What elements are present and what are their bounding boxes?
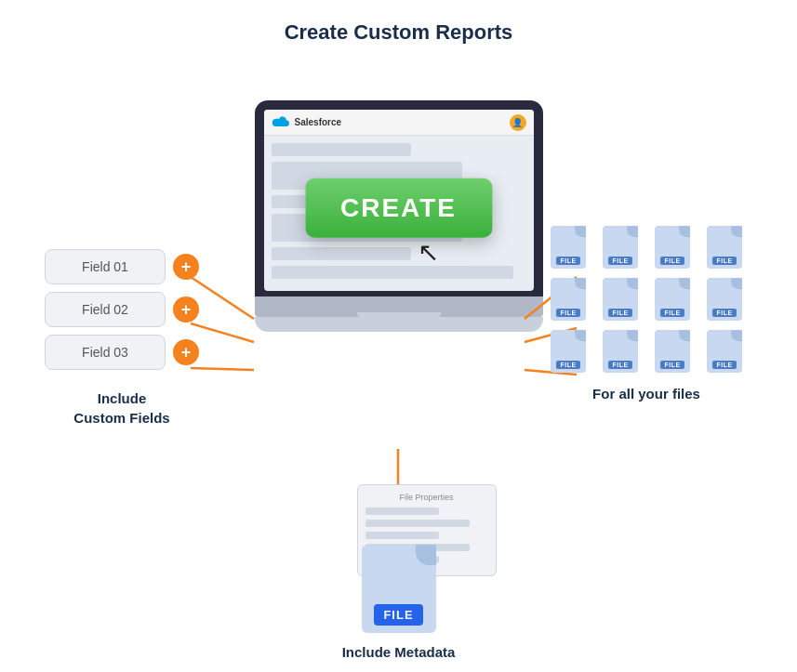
files-caption: For all your files xyxy=(547,386,746,402)
fp-row xyxy=(365,520,470,527)
file-icon: FILE xyxy=(703,226,746,269)
big-file-icon: FILE xyxy=(362,545,436,633)
svg-line-2 xyxy=(191,368,254,370)
fields-panel: Field 01 + Field 02 + Field 03 + Include… xyxy=(45,249,199,428)
file-icon: FILE xyxy=(599,330,642,373)
metadata-panel: File Properties FILE Include Metadata xyxy=(297,494,501,660)
file-label: FILE xyxy=(608,309,631,317)
field-row-2: Field 02 + xyxy=(45,292,199,327)
fields-label: Include Custom Fields xyxy=(45,389,199,428)
file-icon: FILE xyxy=(547,278,590,321)
file-body: FILE xyxy=(551,330,586,373)
screen-row-1 xyxy=(272,143,412,156)
file-icon: FILE xyxy=(651,226,694,269)
salesforce-cloud-icon xyxy=(272,116,290,129)
file-body: FILE xyxy=(551,278,586,321)
cursor-icon: ↖ xyxy=(418,237,439,268)
fp-row xyxy=(365,507,439,515)
file-label: FILE xyxy=(608,257,631,265)
file-label: FILE xyxy=(556,309,579,317)
file-icon: FILE xyxy=(651,330,694,373)
file-label: FILE xyxy=(608,361,631,369)
file-icon: FILE xyxy=(599,278,642,321)
file-body: FILE xyxy=(707,226,742,269)
file-label: FILE xyxy=(556,361,579,369)
page-title: Create Custom Reports xyxy=(0,0,797,45)
field-add-btn-3[interactable]: + xyxy=(173,339,199,365)
file-label: FILE xyxy=(660,309,684,317)
file-icon: FILE xyxy=(547,226,590,269)
create-button[interactable]: CREATE xyxy=(305,178,492,237)
screen-row-6 xyxy=(272,266,513,279)
field-add-btn-1[interactable]: + xyxy=(173,254,199,280)
field-box-2: Field 02 xyxy=(45,292,166,327)
file-body: FILE xyxy=(707,278,742,321)
svg-line-1 xyxy=(191,323,254,342)
file-icon: FILE xyxy=(651,278,694,321)
browser-bar: Salesforce 👤 xyxy=(264,110,534,136)
laptop: Salesforce 👤 CREATE ↖ xyxy=(255,100,543,332)
field-add-btn-2[interactable]: + xyxy=(173,296,199,323)
file-body: FILE xyxy=(603,226,638,269)
file-icon: FILE xyxy=(703,278,746,321)
file-label: FILE xyxy=(660,361,684,369)
field-row-3: Field 03 + xyxy=(45,335,199,370)
file-body: FILE xyxy=(655,330,690,373)
file-label: FILE xyxy=(712,257,736,265)
user-avatar: 👤 xyxy=(510,114,526,131)
field-row-1: Field 01 + xyxy=(45,249,199,284)
laptop-screen-inner: Salesforce 👤 CREATE ↖ xyxy=(264,110,534,291)
file-body: FILE xyxy=(603,278,638,321)
big-file-body: FILE xyxy=(362,545,436,633)
laptop-keyboard xyxy=(255,317,543,332)
laptop-base xyxy=(255,296,543,317)
file-body: FILE xyxy=(551,226,586,269)
files-panel: FILE FILE FILE FILE FILE xyxy=(547,226,746,402)
svg-line-0 xyxy=(191,277,254,319)
file-body: FILE xyxy=(603,330,638,373)
files-grid: FILE FILE FILE FILE FILE xyxy=(547,226,746,373)
file-label: FILE xyxy=(712,361,736,369)
screen-row-5 xyxy=(272,247,412,260)
field-box-3: Field 03 xyxy=(45,335,166,370)
metadata-caption: Include Metadata xyxy=(342,644,456,660)
file-icon: FILE xyxy=(547,330,590,373)
file-label: FILE xyxy=(556,257,579,265)
main-area: Salesforce 👤 CREATE ↖ xyxy=(0,54,797,672)
file-properties-title: File Properties xyxy=(365,493,488,502)
file-label: FILE xyxy=(660,257,684,265)
field-box-1: Field 01 xyxy=(45,249,166,284)
file-icon: FILE xyxy=(703,330,746,373)
fp-row xyxy=(365,532,439,539)
file-icon: FILE xyxy=(599,226,642,269)
laptop-screen-outer: Salesforce 👤 CREATE ↖ xyxy=(255,100,543,296)
big-file-label: FILE xyxy=(374,604,422,626)
file-label: FILE xyxy=(712,309,736,317)
file-body: FILE xyxy=(707,330,742,373)
file-body: FILE xyxy=(655,226,690,269)
file-body: FILE xyxy=(655,278,690,321)
browser-bar-label: Salesforce xyxy=(295,117,342,127)
